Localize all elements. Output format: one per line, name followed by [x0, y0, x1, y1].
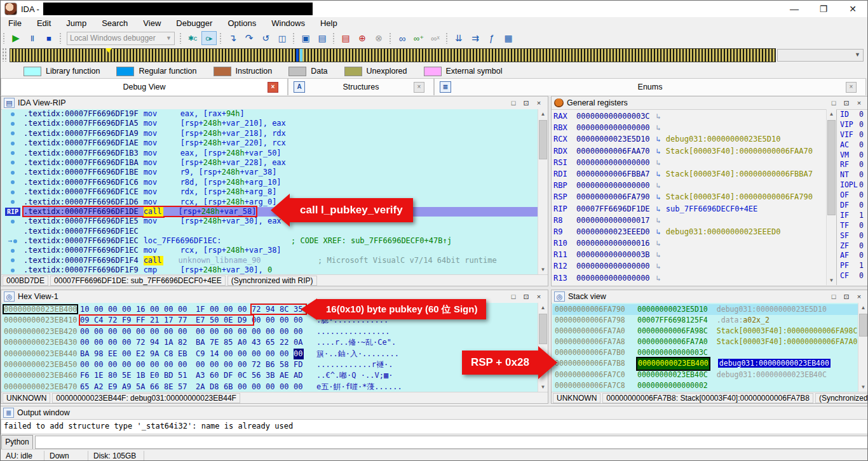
- hex-byte[interactable]: 00: [94, 337, 108, 348]
- hex-byte[interactable]: 56: [252, 370, 266, 381]
- hex-byte[interactable]: 00: [122, 349, 136, 359]
- delete-breakpoint-icon[interactable]: ⊗: [371, 31, 386, 45]
- toolbar-grip[interactable]: [445, 32, 449, 44]
- menu-options[interactable]: Options: [220, 17, 264, 30]
- hex-byte[interactable]: 72: [252, 359, 266, 370]
- hex-byte[interactable]: 00: [178, 304, 192, 315]
- disasm-line[interactable]: .textidx:00007FF6696DF1AEmov[rsp+248h+va…: [2, 138, 538, 148]
- hex-byte[interactable]: 00: [238, 326, 252, 337]
- stack-row[interactable]: 00000000006FA79800007FF6698125F4.data:a0…: [552, 315, 858, 326]
- restore-window-icon[interactable]: ❐: [809, 1, 838, 17]
- close-tab-icon[interactable]: ×: [846, 82, 857, 93]
- register-target[interactable]: Stack[00003F40]:00000000006FA790: [666, 192, 813, 201]
- hex-byte[interactable]: 80: [108, 370, 122, 381]
- stack-row[interactable]: 00000000006FA7A000000000006FA98CStack[00…: [552, 326, 858, 337]
- hex-byte[interactable]: 00: [122, 326, 136, 337]
- disasm-line[interactable]: .textidx:00007FF6696DF1A9mov[rsp+248h+va…: [2, 129, 538, 138]
- band-grip[interactable]: [2, 48, 7, 62]
- hex-byte[interactable]: 00: [122, 337, 136, 348]
- stack-scrollbar[interactable]: ▲ ▼: [858, 303, 868, 392]
- stack-row[interactable]: 00000000006FA7B0000000000000003C: [552, 347, 858, 358]
- hex-byte[interactable]: 00: [252, 382, 266, 392]
- step-into-icon[interactable]: ↴: [225, 31, 240, 45]
- stack-value[interactable]: 0000000000000002: [637, 380, 708, 391]
- stop-process-icon[interactable]: ■: [41, 31, 57, 45]
- hex-byte[interactable]: 00: [294, 326, 308, 337]
- disasm-line[interactable]: .textidx:00007FF6696DF1E5mov[rsp+248h+va…: [2, 217, 538, 226]
- disasm-line[interactable]: →.textidx:00007FF6696DF1ECloc_7FF6696DF1…: [2, 236, 538, 246]
- run-until-call-icon[interactable]: ◫: [275, 31, 290, 45]
- hex-row[interactable]: 00000000023EB47065A2E9A95A668E572AD86B00…: [2, 382, 538, 392]
- register-row[interactable]: RDI00000000006FBBA7↳Stack[00003F40]:0000…: [553, 168, 826, 180]
- hex-byte[interactable]: 00: [108, 359, 122, 370]
- maximize-panel-icon[interactable]: □: [827, 99, 840, 107]
- hex-byte[interactable]: A3: [196, 370, 210, 381]
- register-value[interactable]: 000000000000003C: [576, 112, 650, 121]
- debugger-selector[interactable]: Local Windows debugger▼: [67, 32, 175, 45]
- stack-row[interactable]: 00000000006FA7C80000000000000002: [552, 380, 858, 391]
- register-value[interactable]: 0000000000000000: [576, 123, 650, 132]
- hex-byte[interactable]: A2: [94, 382, 108, 392]
- hex-byte[interactable]: 6B: [224, 382, 238, 392]
- menu-search[interactable]: Search: [94, 17, 135, 30]
- navigation-band[interactable]: [10, 48, 776, 62]
- stack-value[interactable]: 00000000006FA7A0: [637, 337, 708, 347]
- next-source-line-icon[interactable]: ⇉: [468, 31, 483, 45]
- flag-row[interactable]: IF1: [840, 211, 868, 221]
- hex-byte[interactable]: 00: [80, 359, 94, 370]
- hex-byte[interactable]: AE: [280, 370, 294, 381]
- hex-byte[interactable]: 00: [252, 349, 266, 359]
- register-value[interactable]: 000000000000003B: [576, 250, 650, 259]
- disasm-line[interactable]: .textidx:00007FF6696DF1F9cmp[rsp+248h+va…: [2, 265, 538, 274]
- hex-byte[interactable]: 1E: [94, 370, 108, 381]
- hex-byte[interactable]: 65: [266, 337, 280, 348]
- register-target[interactable]: Stack[00003F40]:00000000006FBBA7: [666, 170, 813, 178]
- tab-structures[interactable]: AStructures×: [288, 78, 434, 95]
- register-value[interactable]: 0000000000000000: [576, 262, 650, 271]
- register-value[interactable]: 0000000000000016: [576, 239, 650, 248]
- maximize-panel-icon[interactable]: □: [827, 293, 840, 301]
- cli-language-button[interactable]: Python: [1, 435, 33, 450]
- disassembly-scrollbar[interactable]: ▲ ▼: [538, 109, 548, 274]
- register-row[interactable]: RBX0000000000000000↳: [553, 122, 826, 133]
- hex-byte[interactable]: 00: [122, 304, 136, 315]
- hex-row[interactable]: 00000000023EB420000000000000000000000000…: [2, 326, 538, 337]
- hex-byte[interactable]: 00: [224, 326, 238, 337]
- scroll-up-icon[interactable]: ▲: [858, 303, 868, 312]
- register-row[interactable]: RSP00000000006FA790↳Stack[00003F40]:0000…: [553, 191, 826, 203]
- hex-byte[interactable]: 60: [210, 370, 224, 381]
- hex-byte[interactable]: 00: [224, 304, 238, 315]
- close-window-icon[interactable]: ✕: [838, 1, 867, 17]
- flag-row[interactable]: TF0: [840, 221, 868, 231]
- hex-byte[interactable]: 5E: [122, 370, 136, 381]
- hex-byte[interactable]: FD: [294, 359, 308, 370]
- hex-byte[interactable]: 58: [280, 359, 294, 370]
- menu-windows[interactable]: Windows: [264, 17, 313, 30]
- add-breakpoint-icon[interactable]: ⊕: [355, 31, 370, 45]
- hex-byte[interactable]: 00: [238, 382, 252, 392]
- hex-byte[interactable]: 00: [94, 359, 108, 370]
- hex-byte[interactable]: AD: [294, 370, 308, 381]
- register-target[interactable]: debug031:00000000023EEED0: [666, 227, 781, 236]
- hex-byte[interactable]: E9: [108, 382, 122, 392]
- hex-byte[interactable]: 00: [280, 315, 294, 326]
- hex-byte[interactable]: 00: [238, 349, 252, 359]
- register-value[interactable]: 00000000006FAA70: [576, 147, 650, 156]
- register-value[interactable]: 00000000023E5D10: [576, 135, 650, 144]
- hex-byte[interactable]: 43: [252, 337, 266, 348]
- disasm-line[interactable]: .textidx:00007FF6696DF19Fmoveax, [rax+94…: [2, 109, 538, 119]
- hex-byte[interactable]: 94: [150, 337, 164, 348]
- hex-byte[interactable]: 14: [210, 349, 224, 359]
- hex-byte[interactable]: 98: [94, 349, 108, 359]
- stack-view-titlebar[interactable]: ◎ Stack view □⊡×: [552, 290, 868, 304]
- hex-byte[interactable]: 00: [252, 326, 266, 337]
- register-row[interactable]: R120000000000000000↳: [553, 260, 826, 272]
- delete-watch-icon[interactable]: ∞ˣ: [428, 31, 443, 45]
- hex-byte[interactable]: 00: [266, 315, 280, 326]
- hex-byte[interactable]: C8: [164, 349, 178, 359]
- disasm-line[interactable]: .textidx:00007FF6696DF1CEmovrdx, [rsp+24…: [2, 187, 538, 197]
- run-to-cursor-icon[interactable]: c▸: [201, 31, 217, 45]
- stack-value[interactable]: 00007FF6698125F4: [637, 315, 708, 326]
- disasm-line[interactable]: RIP.textidx:00007FF6696DF1DEcall[rsp+248…: [2, 207, 538, 217]
- register-value[interactable]: 0000000000000000: [576, 181, 650, 190]
